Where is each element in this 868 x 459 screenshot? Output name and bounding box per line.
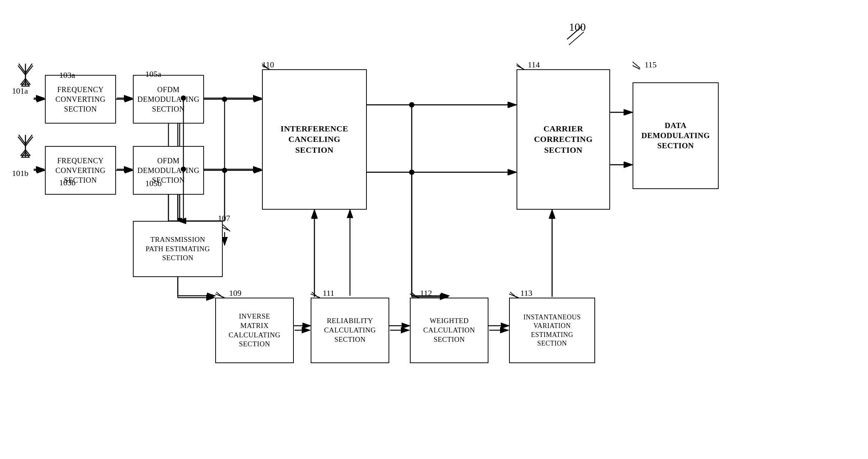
freq-converting-a: FREQUENCY CONVERTING SECTION (45, 75, 116, 124)
ref-100: 100 (569, 21, 586, 33)
svg-line-10 (25, 135, 32, 144)
ref-111: 111 (323, 288, 334, 298)
ref-101a: 101a (12, 86, 28, 96)
svg-point-20 (222, 168, 227, 173)
ofdm-demod-a: OFDM DEMODULATING SECTION (133, 75, 204, 124)
svg-marker-70 (21, 150, 30, 155)
svg-line-3 (19, 64, 25, 73)
svg-line-59 (509, 294, 518, 298)
inverse-matrix: INVERSE MATRIX CALCULATING SECTION (215, 298, 294, 363)
svg-point-37 (409, 102, 414, 107)
svg-line-101 (223, 225, 230, 231)
svg-line-100 (633, 62, 640, 68)
svg-line-12 (569, 32, 584, 45)
freq-converting-b: FREQUENCY CONVERTING SECTION (45, 146, 116, 195)
svg-line-56 (215, 294, 225, 298)
data-demod: DATA DEMODULATING SECTION (633, 82, 719, 189)
weighted-calc: WEIGHTED CALCULATION SECTION (410, 298, 488, 363)
svg-point-89 (409, 102, 414, 107)
svg-line-64 (25, 66, 33, 75)
svg-line-5 (25, 64, 32, 73)
svg-line-62 (18, 66, 25, 75)
svg-line-69 (25, 137, 33, 146)
transmission-path: TRANSMISSION PATH ESTIMATING SECTION (133, 221, 223, 277)
ref-101b: 101b (12, 168, 28, 178)
carrier-correcting: CARRIER CORRECTING SECTION (517, 69, 610, 210)
ref-105a: 105a (145, 69, 161, 79)
ref-109: 109 (229, 288, 241, 298)
ref-113: 113 (520, 288, 532, 298)
ref-115: 115 (645, 60, 657, 70)
svg-marker-11 (22, 152, 29, 157)
svg-point-38 (409, 170, 414, 175)
svg-marker-6 (22, 80, 29, 86)
svg-line-54 (633, 66, 640, 69)
ref-112: 112 (420, 288, 432, 298)
ref-114: 114 (528, 60, 540, 70)
svg-marker-65 (21, 79, 30, 84)
ref-103b: 103b (59, 178, 76, 188)
svg-point-91 (409, 170, 414, 175)
reliability-calc: RELIABILITY CALCULATING SECTION (311, 298, 389, 363)
svg-point-19 (222, 97, 227, 102)
svg-line-58 (410, 294, 419, 298)
ref-103a: 103a (59, 70, 75, 80)
svg-line-53 (517, 66, 524, 69)
interference-canceling: INTERFERENCE CANCELING SECTION (262, 69, 367, 210)
svg-line-67 (18, 137, 25, 146)
ref-107: 107 (218, 213, 230, 223)
instantaneous-variation: INSTANTANEOUS VARIATION ESTIMATING SECTI… (509, 298, 595, 363)
svg-line-57 (311, 294, 320, 298)
ref-105b: 105b (145, 179, 162, 188)
ref-110: 110 (262, 60, 274, 70)
diagram-arrows (0, 0, 868, 459)
diagram: FREQUENCY CONVERTING SECTION FREQUENCY C… (0, 0, 868, 459)
ofdm-demod-b: OFDM DEMODULATING SECTION (133, 146, 204, 195)
svg-line-8 (19, 135, 25, 144)
